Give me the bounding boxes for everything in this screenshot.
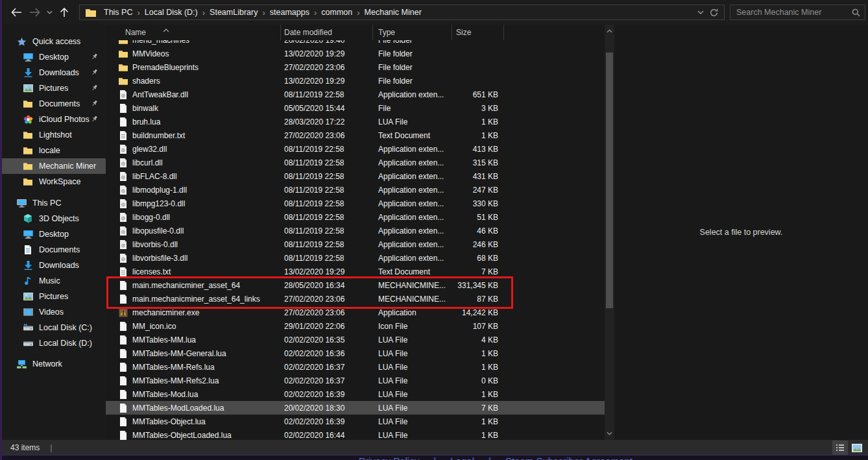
- column-header-size[interactable]: Size: [452, 25, 504, 40]
- column-header-type[interactable]: Type: [373, 25, 452, 40]
- file-name-cell: MMTables-MM-Refs.lua: [106, 363, 281, 372]
- file-row-mm-icon-ico[interactable]: MM_icon.ico29/01/2020 22:06Icon File107 …: [106, 319, 605, 333]
- sidebar-item-network[interactable]: Network: [0, 356, 106, 372]
- sidebar-item-this-pc[interactable]: This PC: [0, 195, 106, 211]
- dll-icon: [119, 145, 128, 154]
- sidebar-item-label: Videos: [39, 308, 64, 317]
- breadcrumb-segment-this-pc[interactable]: This PC: [99, 8, 137, 17]
- file-row-libflac-8-dll[interactable]: libFLAC-8.dll08/11/2019 22:58Application…: [106, 169, 605, 183]
- file-size-cell: 0 KB: [452, 376, 504, 385]
- column-header-date-modified[interactable]: Date modified: [281, 25, 373, 40]
- breadcrumb-segment-steamapps[interactable]: steamapps: [265, 8, 314, 17]
- file-size-cell: 1 KB: [452, 390, 504, 399]
- sidebar-item-lightshot[interactable]: Lightshot: [0, 127, 106, 143]
- sidebar-item-music[interactable]: Music: [0, 273, 106, 289]
- file-type-cell: Application exten...: [373, 254, 452, 263]
- file-row-bruh-lua[interactable]: bruh.lua28/03/2020 17:22LUA File1 KB: [106, 115, 605, 128]
- file-row-premadeblueprints[interactable]: PremadeBlueprints27/02/2020 23:06File fo…: [106, 60, 605, 74]
- search-box[interactable]: [730, 5, 865, 20]
- file-row-binwalk[interactable]: binwalk05/05/2020 15:44File3 KB: [106, 101, 605, 115]
- sidebar-item-downloads[interactable]: Downloads: [0, 65, 106, 80]
- file-row-mmtables-object-lua[interactable]: MMTables-Object.lua02/02/2020 16:39LUA F…: [106, 415, 605, 428]
- sidebar-item-workspace[interactable]: WorkSpace: [0, 174, 106, 189]
- sidebar-item-desktop[interactable]: Desktop: [0, 49, 106, 65]
- column-header-name[interactable]: Name: [106, 25, 281, 40]
- sort-ascending-icon[interactable]: [163, 25, 169, 34]
- file-row-mmtables-mm-general-lua[interactable]: MMTables-MM-General.lua02/02/2020 16:36L…: [106, 346, 605, 360]
- file-row-licenses-txt[interactable]: licenses.txt13/02/2020 19:29Text Documen…: [106, 265, 605, 278]
- file-row-libvorbis-0-dll[interactable]: libvorbis-0.dll08/11/2019 22:58Applicati…: [106, 237, 605, 251]
- file-date-cell: 08/11/2019 22:58: [281, 199, 373, 208]
- thumbnail-view-button[interactable]: [849, 441, 865, 455]
- file-date-cell: 08/11/2019 22:58: [281, 186, 373, 195]
- sidebar-item-label: Documents: [39, 245, 80, 254]
- scroll-up-icon[interactable]: [605, 26, 614, 36]
- file-row-libcurl-dll[interactable]: libcurl.dll08/11/2019 22:58Application e…: [106, 156, 605, 169]
- sidebar-item-local-disk-c[interactable]: Local Disk (C:): [0, 320, 106, 335]
- sidebar-item-videos[interactable]: Videos: [0, 304, 106, 320]
- file-row-shaders[interactable]: shaders13/02/2020 19:29File folder: [106, 74, 605, 88]
- breadcrumb-segment-local-disk-d[interactable]: Local Disk (D:): [140, 8, 202, 17]
- file-row-mmtables-mm-refs-lua[interactable]: MMTables-MM-Refs.lua02/02/2020 16:37LUA …: [106, 360, 605, 374]
- file-name-cell: buildnumber.txt: [106, 131, 281, 140]
- sidebar-item-quick-access[interactable]: Quick access: [0, 34, 106, 49]
- sidebar-item-downloads[interactable]: Downloads: [0, 258, 106, 273]
- sidebar-item-desktop[interactable]: Desktop: [0, 226, 106, 242]
- file-row-mmtables-mm-lua[interactable]: MMTables-MM.lua02/02/2020 16:35LUA File4…: [106, 333, 605, 346]
- file-row-mmtables-mm-refs2-lua[interactable]: MMTables-MM-Refs2.lua02/02/2020 16:37LUA…: [106, 374, 605, 387]
- file-row-anttweakbar-dll[interactable]: AntTweakBar.dll08/11/2019 22:58Applicati…: [106, 88, 605, 101]
- refresh-icon[interactable]: [707, 8, 720, 17]
- scrollbar-thumb[interactable]: [606, 53, 613, 308]
- file-row-libopusfile-0-dll[interactable]: libopusfile-0.dll08/11/2019 22:58Applica…: [106, 224, 605, 237]
- file-type-cell: LUA File: [373, 349, 452, 358]
- file-row-main-mechanicminer-asset-64[interactable]: main.mechanicminer_asset_6428/05/2020 16…: [106, 278, 605, 292]
- recent-locations-chevron[interactable]: [44, 4, 54, 21]
- file-row-buildnumber-txt[interactable]: buildnumber.txt27/02/2020 23:06Text Docu…: [106, 128, 605, 142]
- file-name: libopusfile-0.dll: [132, 226, 184, 236]
- file-row-mmvideos[interactable]: MMVideos13/02/2020 19:29File folder: [106, 47, 605, 60]
- vertical-scrollbar[interactable]: [605, 25, 614, 440]
- file-row-mmtables-modloaded-lua[interactable]: MMTables-ModLoaded.lua20/02/2020 18:30LU…: [106, 401, 605, 415]
- sidebar-item-pictures[interactable]: Pictures: [0, 80, 106, 96]
- details-view-button[interactable]: [832, 441, 848, 455]
- footer-link-privacy-policy[interactable]: Privacy Policy: [359, 456, 419, 460]
- file-row-libmpg123-0-dll[interactable]: libmpg123-0.dll08/11/2019 22:58Applicati…: [106, 197, 605, 210]
- address-dropdown-chevron-icon[interactable]: [694, 10, 707, 14]
- sidebar-item-locale[interactable]: locale: [0, 143, 106, 158]
- file-row-libmodplug-1-dll[interactable]: libmodplug-1.dll08/11/2019 22:58Applicat…: [106, 183, 605, 197]
- forward-button[interactable]: [26, 4, 43, 21]
- footer-link-steam-subscriber-agreement[interactable]: Steam Subscriber Agreement: [505, 456, 633, 460]
- back-button[interactable]: [8, 4, 25, 21]
- sidebar-item-pictures[interactable]: Pictures: [0, 289, 106, 304]
- up-button[interactable]: [56, 4, 73, 21]
- file-row-mechanicminer-exe[interactable]: mechanicminer.exe27/02/2020 23:06Applica…: [106, 306, 605, 319]
- file-row-menu-machines[interactable]: menu_machines20/02/2020 19:40File folder: [106, 40, 605, 47]
- sidebar-item-icloud-photos[interactable]: iCloud Photos: [0, 112, 106, 127]
- file-name-cell: mechanicminer.exe: [106, 308, 281, 317]
- breadcrumb-segment-steamlibrary[interactable]: SteamLibrary: [205, 8, 262, 17]
- search-input[interactable]: [735, 7, 852, 18]
- scroll-down-icon[interactable]: [605, 428, 614, 439]
- search-icon[interactable]: [852, 8, 860, 17]
- file-name: libmpg123-0.dll: [132, 199, 185, 208]
- file-row-libvorbisfile-3-dll[interactable]: libvorbisfile-3.dll08/11/2019 22:58Appli…: [106, 251, 605, 265]
- footer-link-legal[interactable]: Legal: [450, 456, 474, 460]
- status-separator: |: [50, 443, 52, 452]
- sidebar-item-local-disk-d[interactable]: Local Disk (D:): [0, 335, 106, 351]
- file-row-glew32-dll[interactable]: glew32.dll08/11/2019 22:58Application ex…: [106, 142, 605, 156]
- music-icon: [22, 276, 34, 285]
- file-row-mmtables-mod-lua[interactable]: MMTables-Mod.lua02/02/2020 16:39LUA File…: [106, 387, 605, 401]
- sidebar-item-mechanic-miner[interactable]: Mechanic Miner: [0, 158, 106, 174]
- file-date-cell: 13/02/2020 19:29: [281, 49, 373, 58]
- sidebar-item-documents[interactable]: Documents: [0, 96, 106, 112]
- file-row-libogg-0-dll[interactable]: libogg-0.dll08/11/2019 22:58Application …: [106, 210, 605, 224]
- breadcrumb-segment-common[interactable]: common: [317, 8, 357, 17]
- file-date-cell: 27/02/2020 23:06: [281, 63, 373, 72]
- address-bar[interactable]: This PC›Local Disk (D:)›SteamLibrary›ste…: [79, 5, 725, 20]
- sidebar-item-documents[interactable]: Documents: [0, 242, 106, 258]
- file-row-main-mechanicminer-asset-64-links[interactable]: main.mechanicminer_asset_64_links27/02/2…: [106, 292, 605, 306]
- file-row-mmtables-objectloaded-lua[interactable]: MMTables-ObjectLoaded.lua02/02/2020 16:4…: [106, 428, 605, 440]
- sidebar-item-3d-objects[interactable]: 3D Objects: [0, 211, 106, 226]
- breadcrumb-segment-mechanic-miner[interactable]: Mechanic Miner: [360, 8, 426, 17]
- folder-icon: [119, 50, 128, 58]
